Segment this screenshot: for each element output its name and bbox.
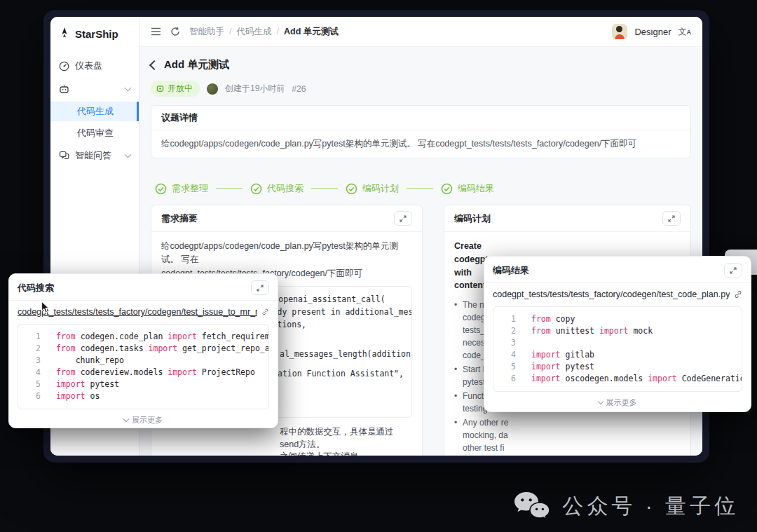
line-number: 3 xyxy=(493,337,516,349)
issue-detail-body: 给codegpt/apps/codegen/code_plan.py写pytes… xyxy=(151,130,690,158)
chevron-down-icon xyxy=(125,151,132,158)
back-icon[interactable] xyxy=(149,60,159,69)
plan-header: 编码计划 xyxy=(444,205,690,232)
breadcrumb-separator: / xyxy=(276,27,278,36)
check-circle-icon xyxy=(441,183,453,195)
step-label: 编码计划 xyxy=(362,182,399,195)
expand-icon xyxy=(668,215,675,222)
coding-result-header: 编码结果 xyxy=(484,257,751,283)
translate-icon[interactable]: 文A xyxy=(678,27,692,36)
brand: StarShip xyxy=(50,17,139,48)
sidebar-item-assistant[interactable] xyxy=(50,79,139,100)
sidebar-item-label: 智能问答 xyxy=(75,149,111,162)
line-number: 1 xyxy=(493,313,516,325)
wechat-icon xyxy=(511,490,552,522)
creator-avatar[interactable] xyxy=(207,83,218,95)
expand-button[interactable] xyxy=(394,211,412,226)
coding-result-title: 编码结果 xyxy=(493,264,529,277)
line-number: 2 xyxy=(18,343,41,355)
step-item: 需求整理 xyxy=(155,182,208,195)
code-line: 5import pytest xyxy=(18,378,268,390)
chat-icon xyxy=(59,151,69,161)
sidebar-item-codereview[interactable]: 代码审查 xyxy=(50,123,139,143)
line-number: 2 xyxy=(493,325,516,337)
show-more-button[interactable]: 展示更多 xyxy=(9,411,278,428)
issue-detail-card: 议题详情 给codegpt/apps/codegen/code_plan.py写… xyxy=(151,105,691,158)
breadcrumb-item[interactable]: 智能助手 xyxy=(189,26,224,38)
sidebar-nav: 仪表盘 代码生成 代码审查 xyxy=(50,48,139,166)
issue-number: #26 xyxy=(292,84,306,94)
robot-icon xyxy=(59,84,69,94)
bullet-marker: • xyxy=(454,299,463,362)
result-file-row: codegpt_tests/tests/tests_factory/codege… xyxy=(484,283,751,301)
code-search-panel: 代码搜索 codegpt_tests/tests/tests_factory/c… xyxy=(8,273,278,428)
expand-button[interactable] xyxy=(724,263,742,278)
expand-button[interactable] xyxy=(251,280,269,295)
expand-icon xyxy=(730,267,737,274)
refresh-icon[interactable] xyxy=(170,27,180,36)
line-number: 4 xyxy=(493,349,516,361)
page-title-row: Add 单元测试 xyxy=(151,58,691,71)
check-circle-icon xyxy=(155,183,167,195)
coding-result-panel: 编码结果 codegpt_tests/tests/tests_factory/c… xyxy=(484,256,751,412)
check-circle-icon xyxy=(346,183,357,195)
user-name[interactable]: Designer xyxy=(634,27,671,37)
check-circle-icon xyxy=(250,183,262,195)
code-line: 1from codegen.code_plan import fetch_req… xyxy=(18,331,268,343)
show-more-button[interactable]: 展示更多 xyxy=(484,393,751,411)
result-code-block: 1from copy2from unittest import mock3 4i… xyxy=(493,306,742,392)
expand-button[interactable] xyxy=(662,211,681,226)
watermark: 公众号 · 量子位 xyxy=(511,490,739,522)
issue-detail-title: 议题详情 xyxy=(161,111,198,124)
link-icon[interactable] xyxy=(261,308,269,316)
line-number: 5 xyxy=(493,361,516,373)
hamburger-menu-icon[interactable] xyxy=(151,27,161,36)
plan-bullet: •Any other re mocking, da other test fi xyxy=(454,416,681,454)
code-line: 4import gitlab xyxy=(493,349,742,361)
sidebar-item-qa[interactable]: 智能问答 xyxy=(50,145,139,166)
brand-name: StarShip xyxy=(75,28,118,40)
summary-header: 需求摘要 xyxy=(151,205,422,232)
sidebar-item-label: 代码审查 xyxy=(77,127,114,139)
plan-title: 编码计划 xyxy=(454,212,491,225)
user-avatar[interactable] xyxy=(612,24,627,39)
show-more-label: 展示更多 xyxy=(606,397,637,408)
line-number: 4 xyxy=(18,367,41,378)
issue-meta-row: 开放中 创建于19小时前 #26 xyxy=(151,81,691,97)
code-line-fragment: ation Function Assistant", xyxy=(278,367,402,380)
created-time: 创建于19小时前 xyxy=(225,83,285,95)
step-connector xyxy=(407,188,433,189)
line-number: 5 xyxy=(18,378,41,390)
code-line-fragment: al_messages_length(additional_mes xyxy=(280,348,402,360)
code-line: 6import oscodegen.models import CodeGene… xyxy=(493,373,742,385)
note-line: 之间传递上下文消息。 xyxy=(280,451,412,456)
step-label: 需求整理 xyxy=(172,182,208,195)
step-label: 编码结果 xyxy=(458,182,494,195)
expand-icon xyxy=(400,215,407,222)
topbar-right: Designer 文A xyxy=(612,24,691,39)
step-connector xyxy=(216,188,243,189)
link-icon[interactable] xyxy=(734,290,742,299)
breadcrumb-item[interactable]: 代码生成 xyxy=(236,26,271,38)
line-number: 6 xyxy=(18,390,41,402)
step-connector xyxy=(311,188,338,189)
code-line: 2from codegen.tasks import get_project_r… xyxy=(18,343,268,355)
result-file-path[interactable]: codegpt_tests/tests/tests_factory/codege… xyxy=(493,289,730,299)
summary-notes: 程中的数据交互，具体是通过send方法。 之间传递上下文消息。 有重要的影响。 xyxy=(161,426,412,456)
breadcrumb-item[interactable]: Add 单元测试 xyxy=(284,26,339,38)
line-number: 3 xyxy=(18,355,41,367)
chevron-down-icon xyxy=(123,416,129,422)
sidebar-item-dashboard[interactable]: 仪表盘 xyxy=(50,55,139,76)
search-file-link[interactable]: codegpt_tests/tests/tests_factory/codege… xyxy=(18,307,257,317)
sidebar-item-codegen[interactable]: 代码生成 xyxy=(50,102,139,121)
mouse-cursor xyxy=(41,301,51,317)
issue-detail-header: 议题详情 xyxy=(151,106,690,130)
show-more-label: 展示更多 xyxy=(132,415,163,425)
sidebar-item-label: 仪表盘 xyxy=(75,60,102,72)
code-line: 2from unittest import mock xyxy=(493,325,742,337)
code-line: 6import os xyxy=(18,390,268,402)
topbar: 智能助手/代码生成/Add 单元测试 Designer 文A xyxy=(139,17,702,47)
breadcrumb-separator: / xyxy=(229,27,231,36)
issue-open-icon xyxy=(156,85,164,93)
status-badge: 开放中 xyxy=(151,81,200,97)
